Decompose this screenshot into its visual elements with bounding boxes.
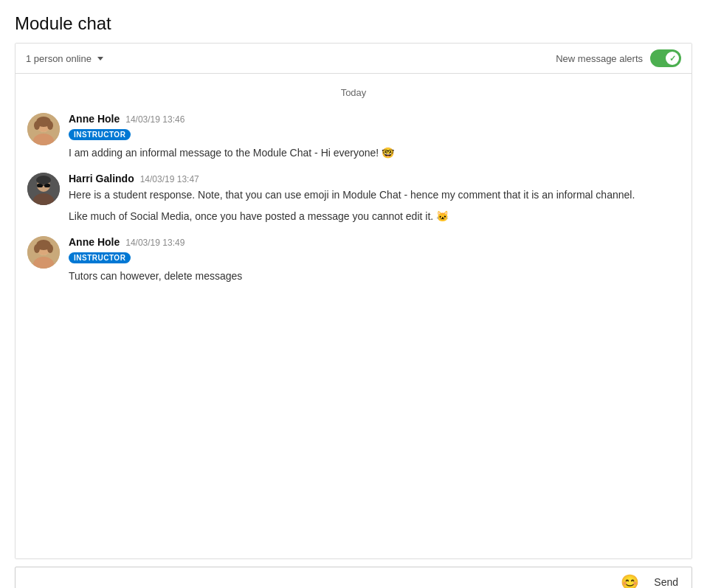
message-header: Harri Galindo 14/03/19 13:47 (69, 173, 677, 184)
message-input[interactable] (21, 572, 616, 588)
avatar (27, 113, 60, 145)
svg-point-19 (34, 244, 40, 253)
sender-name: Harri Galindo (69, 173, 134, 184)
instructor-badge: INSTRUCTOR (69, 252, 131, 263)
message-time: 14/03/19 13:46 (125, 114, 184, 125)
date-divider: Today (15, 81, 692, 107)
online-indicator[interactable]: 1 person online (26, 53, 103, 64)
emoji-picker-button[interactable]: 😊 (616, 573, 644, 588)
avatar (27, 173, 60, 205)
message-item: Anne Hole 14/03/19 13:49 INSTRUCTOR Tuto… (15, 230, 692, 290)
online-count-label: 1 person online (26, 53, 92, 64)
svg-point-13 (36, 176, 51, 184)
chat-container: 1 person online New message alerts ✓ Tod… (15, 43, 692, 559)
sender-name: Anne Hole (69, 236, 120, 248)
message-header: Anne Hole 14/03/19 13:49 (69, 236, 677, 248)
message-text: Tutors can however, delete messages (69, 269, 677, 284)
message-time: 14/03/19 13:47 (140, 174, 199, 184)
alert-toggle[interactable]: ✓ (650, 49, 681, 67)
chat-messages[interactable]: Today Anne Hole 14/03/19 13:46 (15, 74, 692, 558)
message-input-area: 😊 Send (15, 567, 692, 588)
message-text: Like much of Social Media, once you have… (69, 209, 677, 224)
alert-label: New message alerts (556, 53, 643, 64)
send-button[interactable]: Send (646, 572, 686, 588)
message-text: I am adding an informal message to the M… (69, 145, 677, 161)
svg-point-6 (47, 121, 53, 130)
message-content: Anne Hole 14/03/19 13:49 INSTRUCTOR Tuto… (69, 236, 677, 284)
message-item: Anne Hole 14/03/19 13:46 INSTRUCTOR I am… (15, 107, 692, 167)
instructor-badge: INSTRUCTOR (69, 129, 131, 140)
chevron-down-icon (97, 57, 103, 60)
message-header: Anne Hole 14/03/19 13:46 (69, 113, 677, 125)
chat-header: 1 person online New message alerts ✓ (15, 44, 692, 74)
avatar (27, 236, 60, 269)
svg-point-20 (47, 244, 53, 253)
page-title: Module chat (0, 0, 707, 43)
message-text: Here is a student response. Note, that y… (69, 187, 677, 203)
message-content: Anne Hole 14/03/19 13:46 INSTRUCTOR I am… (69, 113, 677, 161)
alert-section: New message alerts ✓ (556, 49, 681, 67)
message-item: Harri Galindo 14/03/19 13:47 Here is a s… (15, 167, 692, 230)
toggle-check-icon: ✓ (669, 54, 676, 63)
sender-name: Anne Hole (69, 113, 120, 125)
message-content: Harri Galindo 14/03/19 13:47 Here is a s… (69, 173, 677, 224)
message-time: 14/03/19 13:49 (125, 238, 184, 248)
svg-point-5 (34, 121, 40, 130)
